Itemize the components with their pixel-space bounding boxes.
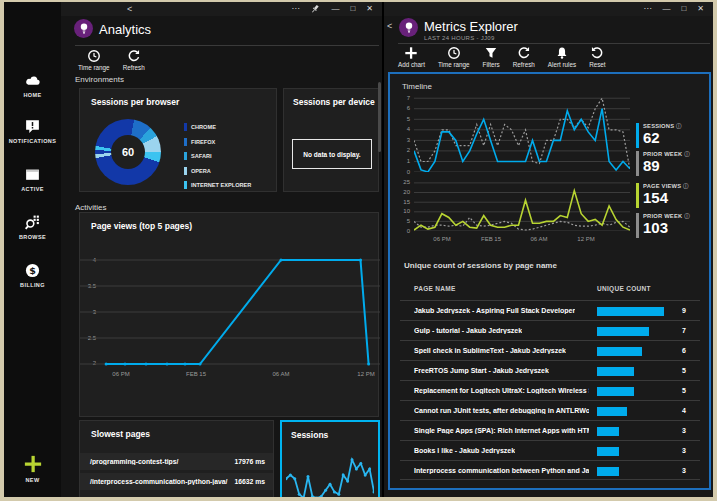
minimize-icon[interactable]: — — [662, 5, 670, 13]
toolbar-button-label: Alert rules — [548, 61, 576, 68]
window-icon — [24, 166, 41, 183]
minimize-icon[interactable]: — — [331, 5, 339, 13]
toolbar-button-time-range[interactable]: Time range — [78, 49, 110, 71]
table-row[interactable]: Books I like - Jakub Jedryszek3 — [400, 440, 700, 460]
sidebar-item-notifications[interactable]: NOTIFICATIONS — [4, 118, 61, 144]
sessions-table: Jakub Jedryszek - Aspiring Full Stack De… — [400, 300, 700, 480]
page-path: /programming-contest-tips/ — [80, 458, 234, 465]
sidebar-item-label: BROWSE — [4, 234, 61, 240]
sessions-per-browser-tile[interactable]: Sessions per browser 60 CHROMEFIREFOXSAF… — [79, 88, 277, 192]
more-icon[interactable]: ⋯ — [643, 5, 651, 13]
page-path: /interprocess-communication-python-java/ — [80, 478, 234, 485]
legend-swatch — [184, 181, 187, 189]
back-chevron-icon[interactable]: < — [387, 21, 392, 31]
y-tick-label: 15 — [392, 199, 410, 205]
toolbar-button-time-range[interactable]: Time range — [438, 46, 470, 68]
sidebar: HOMENOTIFICATIONSACTIVEBROWSE$BILLING NE… — [4, 2, 61, 497]
count-bar — [597, 447, 619, 456]
sidebar-item-label: HOME — [4, 92, 61, 98]
browse-icon — [24, 214, 41, 231]
close-icon[interactable]: ✕ — [366, 5, 373, 13]
slowest-page-row[interactable]: /interprocess-communication-python-java/… — [80, 473, 273, 490]
metrics-blade-header: < Metrics Explorer LAST 24 HOURS - JJ09 — [384, 16, 713, 45]
browser-legend: CHROMEFIREFOXSAFARIOPERAINTERNET EXPLORE… — [184, 123, 251, 196]
vertical-scrollbar[interactable] — [378, 82, 381, 152]
pageviews-chart-tile[interactable]: Page views (top 5 pages) 43.532.52 06 PM… — [79, 212, 379, 417]
maximize-icon[interactable]: □ — [350, 5, 355, 13]
sidebar-item-home[interactable]: HOME — [4, 72, 61, 98]
count-bar — [597, 347, 642, 356]
metric-badge-prior-week[interactable]: PRIOR WEEK ⓘ103 — [636, 213, 690, 238]
table-row[interactable]: Cannot run JUnit tests, after debugging … — [400, 400, 700, 420]
toolbar-button-alert-rules[interactable]: Alert rules — [548, 46, 576, 68]
legend-item: OPERA — [184, 167, 251, 175]
toolbar-button-refresh[interactable]: Refresh — [513, 46, 535, 68]
table-row[interactable]: Gulp - tutorial - Jakub Jedryszek7 — [400, 320, 700, 340]
y-tick-label: 3 — [392, 137, 410, 143]
svg-text:$: $ — [29, 265, 36, 276]
back-chevron-icon[interactable]: < — [123, 5, 136, 14]
refresh-icon — [127, 49, 141, 63]
more-icon[interactable]: ⋯ — [291, 5, 299, 13]
toolbar-button-label: Time range — [438, 61, 470, 68]
toolbar-button-refresh[interactable]: Refresh — [123, 49, 145, 71]
tile-title: Sessions per device — [293, 97, 375, 107]
metric-badge-prior-week[interactable]: PRIOR WEEK ⓘ89 — [636, 151, 690, 176]
count-bar — [597, 367, 634, 376]
count-bar — [597, 467, 619, 476]
legend-item: CHROME — [184, 123, 251, 131]
count-bar — [597, 427, 619, 436]
metric-badge-sessions[interactable]: SESSIONS ⓘ62 — [636, 123, 682, 148]
plus-icon — [404, 46, 418, 60]
page-name: Gulp - tutorial - Jakub Jedryszek — [414, 327, 522, 334]
bell-icon — [555, 46, 569, 60]
x-tick-label: 06 AM — [530, 236, 547, 242]
sessions-per-device-tile[interactable]: Sessions per device No data to display. — [283, 88, 379, 192]
page-name: Replacement for Logitech UltraX: Logitec… — [414, 387, 589, 394]
toolbar-button-filters[interactable]: Filters — [483, 46, 500, 68]
close-icon[interactable]: ✕ — [697, 5, 704, 13]
refresh-icon — [517, 46, 531, 60]
table-row[interactable]: Jakub Jedryszek - Aspiring Full Stack De… — [400, 300, 700, 320]
y-tick-label: 0 — [392, 228, 410, 234]
alert-bubble-icon — [24, 118, 41, 135]
count-value: 5 — [682, 387, 686, 394]
toolbar-button-add-chart[interactable]: Add chart — [398, 46, 425, 68]
metric-badge-page-views[interactable]: PAGE VIEWS ⓘ154 — [636, 183, 689, 208]
badge-color-bar — [636, 183, 639, 208]
table-row[interactable]: FreeRTOS Jump Start - Jakub Jedryszek5 — [400, 360, 700, 380]
table-row[interactable]: Spell check in SublimeText - Jakub Jedry… — [400, 340, 700, 360]
sidebar-item-label: NEW — [4, 477, 61, 483]
badge-value: 89 — [643, 158, 690, 174]
no-data-box: No data to display. — [292, 139, 372, 169]
slowest-page-row[interactable]: /programming-contest-tips/17976 ms — [80, 453, 273, 470]
toolbar-button-label: Refresh — [513, 61, 535, 68]
desktop-frame: HOMENOTIFICATIONSACTIVEBROWSE$BILLING NE… — [0, 0, 717, 501]
sidebar-item-browse[interactable]: BROWSE — [4, 214, 61, 240]
y-tick-label: 2 — [392, 147, 410, 153]
sidebar-item-active[interactable]: ACTIVE — [4, 166, 61, 192]
sidebar-item-billing[interactable]: $BILLING — [4, 262, 61, 288]
toolbar-button-label: Reset — [589, 61, 605, 68]
analytics-blade: < ⋯ — □ ✕ Analytics Time rangeRefresh En… — [61, 2, 382, 497]
legend-label: OPERA — [191, 168, 211, 174]
maximize-icon[interactable]: □ — [681, 5, 686, 13]
count-bar — [597, 387, 634, 396]
slowest-pages-tile[interactable]: Slowest pages /programming-contest-tips/… — [79, 420, 274, 497]
x-tick-label: FEB 15 — [186, 371, 206, 377]
pin-icon[interactable] — [310, 4, 320, 14]
info-icon: ⓘ — [676, 123, 682, 129]
table-row[interactable]: Single Page Apps (SPA): Rich Internet Ap… — [400, 420, 700, 440]
y-axis-labels: 2520151050 — [392, 181, 410, 231]
count-value: 7 — [682, 327, 686, 334]
x-tick-label: 12 PM — [577, 236, 594, 242]
table-row[interactable]: Interprocess communication between Pytho… — [400, 460, 700, 480]
sidebar-item-new[interactable]: NEW — [4, 454, 61, 483]
table-row[interactable]: Replacement for Logitech UltraX: Logitec… — [400, 380, 700, 400]
x-tick-label: 06 PM — [112, 371, 129, 377]
toolbar-button-reset[interactable]: Reset — [589, 46, 605, 68]
selected-chart-group[interactable]: Timeline 76543210 2520151050 06 PMFEB 15… — [388, 72, 711, 490]
section-label-environments: Environments — [75, 75, 124, 84]
sessions-sparkline-tile[interactable]: Sessions — [280, 420, 380, 497]
badge-value: 103 — [643, 220, 690, 236]
